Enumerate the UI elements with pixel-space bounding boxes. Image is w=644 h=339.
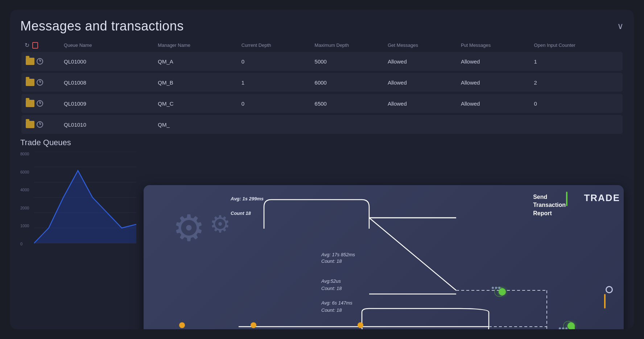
col-header-current: Current Depth	[237, 40, 310, 51]
table-row[interactable]: QL01008 QM_B 1 6000 Allowed Allowed 2	[20, 72, 624, 93]
cell-current-0: 0	[237, 51, 310, 72]
gray-dot-4	[559, 327, 561, 329]
avg-lower2-label: Avg: 6s 147ms	[321, 299, 352, 306]
trade-queues-title: Trade Queues	[20, 138, 144, 147]
node-initiate-orange	[179, 322, 185, 328]
row-icons-0	[26, 58, 55, 65]
clock-icon-3	[37, 121, 43, 128]
avg-middle-text: Avg: 17s 852ms	[321, 252, 355, 257]
count-lower2-label: Count: 18	[321, 307, 342, 313]
cell-get-0: Allowed	[383, 51, 457, 72]
folder-icon-1	[26, 79, 34, 86]
cell-icons-1	[20, 72, 59, 93]
table-row[interactable]: QL01000 QM_A 0 5000 Allowed Allowed 1	[20, 51, 624, 72]
cell-current-3	[237, 114, 310, 135]
cell-open-3	[530, 114, 624, 135]
clock-icon-2	[37, 100, 43, 107]
gear-background: ⚙ ⚙	[173, 207, 231, 265]
node-gray-dots-bottom	[559, 327, 567, 329]
send-transaction-text: SendTransactionReport	[533, 194, 566, 216]
row-icons-1	[26, 79, 55, 86]
cell-current-2: 0	[237, 93, 310, 114]
clock-icon-1	[37, 79, 43, 86]
panel-header: Messages and transactions ∨	[20, 19, 624, 34]
cell-get-2: Allowed	[383, 93, 457, 114]
count-lower2-text: Count: 18	[321, 307, 342, 313]
cell-open-0: 1	[530, 51, 624, 72]
gear-small-icon: ⚙	[210, 211, 231, 238]
gray-dot-6	[565, 327, 567, 329]
refresh-icon[interactable]: ↻	[25, 42, 29, 49]
row-icons-2	[26, 100, 55, 107]
cell-get-1: Allowed	[383, 72, 457, 93]
folder-icon-3	[26, 121, 34, 128]
cell-queue-0: QL01000	[59, 51, 153, 72]
count-middle-text: Count: 18	[321, 258, 342, 264]
trade-label: TRADE	[584, 192, 620, 204]
gray-dot-2	[495, 287, 497, 289]
cell-put-2: Allowed	[457, 93, 530, 114]
chart-area: 8000 6000 4000 2000 1000 0	[20, 152, 136, 246]
avg-top-text: Avg: 1s 299ms	[231, 196, 264, 201]
y-label-0: 0	[20, 242, 29, 246]
col-header-manager: Manager Name	[153, 40, 237, 51]
cell-max-3	[310, 114, 384, 135]
cell-put-1: Allowed	[457, 72, 530, 93]
svg-marker-7	[34, 171, 136, 243]
table-row[interactable]: QL01010 QM_	[20, 114, 624, 135]
col-header-open: Open Input Counter	[530, 40, 624, 51]
bottom-section: Trade Queues 8000 6000 4000 2000 1000 0	[20, 138, 624, 246]
gray-dot-5	[562, 327, 564, 329]
alert-icon	[32, 42, 38, 49]
cell-icons-2	[20, 93, 59, 114]
node-white-top	[606, 286, 613, 293]
count-top-label: Count 18	[231, 210, 251, 216]
cell-open-1: 2	[530, 72, 624, 93]
collapse-icon[interactable]: ∨	[617, 21, 624, 31]
gear-big-icon: ⚙	[173, 207, 205, 249]
clock-hand-0	[40, 60, 41, 61]
messages-panel: Messages and transactions ∨ ↻ Queue Name…	[20, 19, 624, 135]
y-label-1000: 1000	[20, 224, 29, 228]
cell-max-0: 5000	[310, 51, 384, 72]
folder-icon-2	[26, 100, 34, 107]
cell-manager-2: QM_C	[153, 93, 237, 114]
queue-table: ↻ Queue Name Manager Name Current Depth …	[20, 40, 624, 135]
y-label-8000: 8000	[20, 152, 29, 156]
cell-manager-0: QM_A	[153, 51, 237, 72]
cell-manager-1: QM_B	[153, 72, 237, 93]
col-header-queue: Queue Name	[59, 40, 153, 51]
node-gray-dots-top	[492, 287, 500, 289]
col-header-icons: ↻	[20, 40, 59, 51]
avg-top-label: Avg: 1s 299ms	[231, 195, 264, 202]
avg-middle-label: Avg: 17s 852ms	[321, 251, 355, 258]
count-middle-label: Count: 18	[321, 258, 342, 264]
cell-current-1: 1	[237, 72, 310, 93]
cell-open-2: 0	[530, 93, 624, 114]
y-label-2000: 2000	[20, 206, 29, 210]
svg-line-10	[369, 218, 456, 290]
row-icons-3	[26, 121, 55, 128]
flow-overlay-panel: ⚙ ⚙ TRADE SendTransactionReport	[144, 185, 624, 329]
y-label-4000: 4000	[20, 188, 29, 192]
node-submit-orange	[358, 322, 363, 328]
cell-icons-3	[20, 114, 59, 135]
cell-put-3	[457, 114, 530, 135]
count-lower1-text: Count: 18	[321, 286, 342, 291]
cell-get-3	[383, 114, 457, 135]
count-lower1-label: Count: 18	[321, 285, 342, 291]
gray-dot-1	[492, 287, 494, 289]
main-container: Messages and transactions ∨ ↻ Queue Name…	[10, 10, 634, 329]
panel-title: Messages and transactions	[20, 19, 184, 34]
count-top-text: Count 18	[231, 211, 251, 216]
y-label-6000: 6000	[20, 170, 29, 174]
clock-hand-3	[40, 123, 41, 124]
node-capture-orange	[251, 322, 256, 328]
cell-queue-1: QL01008	[59, 72, 153, 93]
clock-hand-2	[40, 102, 41, 103]
col-header-get: Get Messages	[383, 40, 457, 51]
col-header-max: Maximum Depth	[310, 40, 384, 51]
table-row[interactable]: QL01009 QM_C 0 6500 Allowed Allowed 0	[20, 93, 624, 114]
chart-y-labels: 8000 6000 4000 2000 1000 0	[20, 152, 31, 246]
cell-max-2: 6500	[310, 93, 384, 114]
